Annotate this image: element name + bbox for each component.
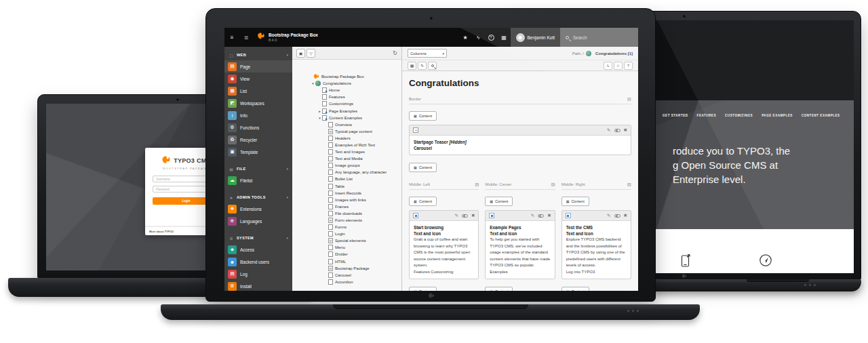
tree-expand-arrow[interactable] [311, 81, 315, 85]
tree-node[interactable]: Special elements [292, 237, 401, 244]
refresh-icon[interactable]: ↻ [393, 50, 397, 56]
tree-node[interactable]: Bootstrap Package Box [292, 73, 401, 80]
delete-icon[interactable]: ✖ [624, 127, 627, 133]
tree-node[interactable]: Carousel [292, 272, 401, 279]
delete-icon[interactable]: ✖ [471, 213, 475, 218]
pagetree-toggle-button[interactable]: ≣ [239, 28, 253, 47]
user-menu[interactable]: ☻ Benjamin Kott [511, 28, 560, 47]
view-mode-select[interactable]: Columns ▾ [408, 49, 447, 58]
module-menu-item[interactable]: ⊕ Languages [224, 215, 292, 227]
tree-node[interactable]: Bootstrap Package [292, 265, 401, 272]
module-menu-item[interactable]: ◈ Access [224, 243, 292, 256]
help-icon[interactable]: ? [485, 28, 498, 47]
tree-node[interactable]: Content Examples [292, 115, 401, 121]
tree-node[interactable]: HTML [292, 258, 401, 265]
tree-node[interactable]: Features [292, 94, 401, 100]
edit-column-icon[interactable]: ▨ [551, 182, 555, 187]
frontend-nav-link[interactable]: GET STARTED [663, 114, 688, 117]
more-about-typo3-link[interactable]: More about TYPO3 [149, 230, 174, 233]
module-section-header[interactable]: ▤ FILE ▾ [224, 163, 292, 174]
tree-node[interactable]: Bullet List [292, 176, 401, 182]
tree-node[interactable]: Examples of Rich Text [292, 142, 401, 148]
tree-node[interactable]: Congratulations [292, 80, 401, 87]
tree-expand-arrow[interactable] [317, 109, 322, 113]
content-element-card[interactable]: ✎ ✖ Start browsing Text and Icon Grab a … [409, 210, 479, 279]
module-section-header[interactable]: ➤ ADMIN TOOLS ▾ [224, 192, 292, 203]
module-menu-item[interactable]: ▤ Log [224, 268, 292, 280]
shortcut-star-button[interactable]: ☆ [614, 62, 623, 70]
tree-node[interactable]: Text and Images [292, 148, 401, 155]
tree-node[interactable]: File downloads [292, 210, 401, 217]
visibility-toggle-icon[interactable] [462, 214, 468, 218]
tree-node[interactable]: Login [292, 230, 401, 237]
tree-node[interactable]: Menu [292, 244, 401, 251]
breadcrumb-page[interactable]: Congratulations [1] [595, 52, 633, 56]
add-content-button[interactable]: ▦ Content [485, 197, 513, 206]
edit-column-icon[interactable]: ▨ [627, 96, 631, 102]
topbar-search[interactable] [560, 28, 638, 47]
tree-node[interactable]: Home [292, 87, 401, 94]
module-menu-item[interactable]: ▦ List [224, 85, 292, 97]
tree-node[interactable]: Accordion [292, 279, 401, 285]
card-link-text[interactable]: Features Customizing [414, 269, 474, 276]
tree-node[interactable]: Frames [292, 203, 401, 210]
module-menu-item[interactable]: ♻ Recycler [224, 134, 292, 146]
frontend-nav-link[interactable]: PAGE EXAMPLES [762, 114, 793, 117]
tree-node[interactable]: Page Examples [292, 107, 401, 114]
delete-icon[interactable]: ✖ [547, 213, 551, 218]
bookmark-star-icon[interactable]: ★ [459, 28, 472, 47]
frontend-nav-link[interactable]: CUSTOMIZINGS [725, 114, 753, 117]
module-menu-item[interactable]: ⚙ Install [224, 280, 292, 291]
layout-view-button[interactable]: ▦ [408, 62, 416, 70]
add-content-button[interactable]: ▦ Content [409, 287, 437, 291]
edit-column-icon[interactable]: ▨ [475, 182, 479, 187]
tree-node[interactable]: Headers [292, 135, 401, 142]
module-menu-item[interactable]: ❖ Extensions [224, 203, 292, 215]
edit-icon[interactable]: ✎ [607, 213, 610, 218]
module-menu-item[interactable]: ☻ Backend users [224, 256, 292, 268]
tree-expand-arrow[interactable] [317, 116, 322, 120]
tree-node[interactable]: Overview [292, 121, 401, 128]
tree-node[interactable]: Forms [292, 224, 401, 230]
frontend-nav-link[interactable]: FEATURES [697, 114, 716, 117]
edit-icon[interactable]: ✎ [454, 213, 458, 218]
module-menu-item[interactable]: ☁ Filelist [224, 174, 292, 186]
filter-button[interactable]: ▽ [307, 49, 315, 58]
tree-node[interactable]: Form elements [292, 217, 401, 224]
content-element-card[interactable]: ✎ ✖ Test the CMS Text and Icon Explore T… [561, 210, 631, 279]
tree-node[interactable]: Any language, any character [292, 169, 401, 176]
card-link-text[interactable]: Log into TYPO3 [566, 269, 627, 276]
delete-icon[interactable]: ✖ [624, 213, 627, 218]
module-menu-item[interactable]: ▣ Template [224, 146, 292, 158]
tree-node[interactable]: Insert Records [292, 190, 401, 197]
new-page-button[interactable]: ▣ [296, 49, 305, 58]
visibility-toggle-icon[interactable] [614, 214, 620, 218]
modules-grid-icon[interactable]: ▦ [498, 28, 511, 47]
module-section-header[interactable]: ▢ WEB ▾ [224, 49, 292, 60]
module-menu-item[interactable]: ▤ Page [224, 60, 292, 73]
add-content-button[interactable]: ▦ Content [409, 111, 437, 121]
content-element-card[interactable]: ✎ ✖ Example Pages Text and Icon To help … [485, 210, 555, 279]
visibility-toggle-icon[interactable] [538, 214, 544, 218]
tree-node[interactable]: Images with links [292, 197, 401, 203]
add-content-button[interactable]: ▦ Content [409, 197, 437, 206]
add-content-button[interactable]: ▦ Content [485, 287, 513, 291]
tree-node[interactable]: Divider [292, 251, 401, 258]
module-menu-item[interactable]: i Info [224, 109, 292, 121]
module-section-header[interactable]: ⚙ SYSTEM ▾ [224, 233, 292, 243]
tree-node[interactable]: Text and Media [292, 155, 401, 162]
add-content-button[interactable]: ▦ Content [561, 287, 589, 291]
content-element-card[interactable]: ✎ ✖ Startpage Teaser [Hidden] Carousel [409, 125, 631, 155]
module-menu-item[interactable]: ◉ View [224, 73, 292, 85]
cache-bolt-button[interactable]: ϟ [604, 62, 612, 70]
edit-column-icon[interactable]: ▨ [627, 182, 631, 187]
tree-node[interactable]: Image groups [292, 162, 401, 169]
clear-cache-bolt-icon[interactable]: ϟ [472, 28, 485, 47]
edit-icon[interactable]: ✎ [531, 213, 534, 218]
module-menu-item[interactable]: ⚙ Functions [224, 121, 292, 134]
search-button[interactable] [428, 62, 437, 70]
add-content-button[interactable]: ▦ Content [409, 163, 437, 172]
edit-page-button[interactable]: ✎ [418, 62, 427, 70]
menu-toggle-button[interactable]: ≡ [224, 28, 239, 47]
frontend-nav-link[interactable]: CONTENT EXAMPLES [802, 114, 840, 117]
